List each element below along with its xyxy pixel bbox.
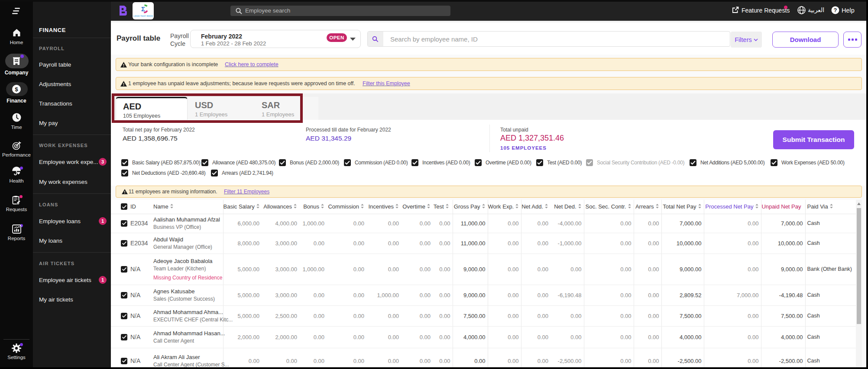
svg-text:$: $ bbox=[15, 86, 18, 93]
svg-text:Σ: Σ bbox=[141, 5, 145, 13]
svg-text:?: ? bbox=[834, 7, 837, 13]
